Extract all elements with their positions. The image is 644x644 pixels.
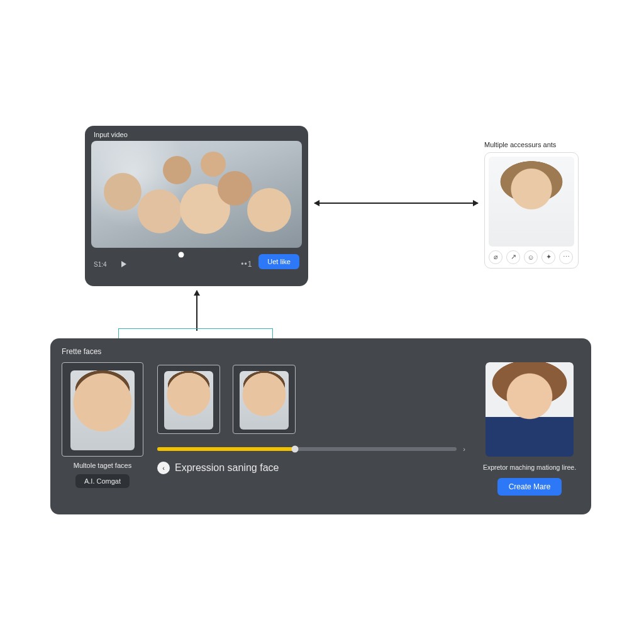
result-column: Expretor maching mationg liree. Create M…: [479, 362, 580, 496]
link-icon[interactable]: ⌀: [489, 250, 502, 264]
faces-panel: Frette faces Multole taget faces A.I. Co…: [50, 338, 591, 514]
chevron-left-icon[interactable]: ‹: [157, 462, 170, 474]
result-caption: Expretor maching mationg liree.: [483, 463, 576, 472]
target-face-column: Multole taget faces A.I. Comgat: [62, 362, 143, 488]
workflow-arrow-up: [196, 291, 197, 331]
accessors-face-image: [489, 157, 574, 247]
person-icon[interactable]: ☺: [524, 250, 538, 264]
accessors-card[interactable]: ✓ ✕ ⌀ ↗ ☺ ✦ ⋯: [484, 152, 579, 269]
accessors-chip-row: ⌀ ↗ ☺ ✦ ⋯: [489, 250, 574, 264]
input-video-panel: Input video S1:4 ••1 Uet like: [85, 126, 308, 286]
video-controls: S1:4 ••1 Uet like: [85, 248, 308, 277]
video-time-label: S1:4: [94, 261, 110, 268]
chevron-right-icon: ›: [463, 445, 465, 453]
input-video-thumbnail[interactable]: [91, 141, 302, 248]
expression-row: ‹ Expression saning face: [157, 462, 465, 474]
candidate-column: › ‹ Expression saning face: [157, 362, 465, 474]
candidate-face-2[interactable]: [233, 365, 296, 434]
expression-label: Expression saning face: [175, 462, 279, 474]
input-video-title: Input video: [85, 126, 308, 141]
more-icon[interactable]: ⋯: [559, 250, 573, 264]
target-face-caption: Multole taget faces: [74, 462, 131, 469]
video-action-button[interactable]: Uet like: [258, 254, 299, 269]
blend-slider[interactable]: ›: [157, 445, 465, 453]
candidate-face-1[interactable]: [157, 365, 220, 434]
star-icon[interactable]: ✦: [541, 250, 555, 264]
target-face-thumb[interactable]: [62, 362, 143, 457]
create-more-button[interactable]: Create Mare: [497, 478, 562, 496]
faces-panel-title: Frette faces: [62, 347, 580, 356]
more-dots-icon[interactable]: ••1: [241, 260, 252, 269]
play-icon[interactable]: [121, 261, 126, 267]
share-icon[interactable]: ↗: [506, 250, 520, 264]
workflow-arrow-horizontal: [314, 203, 478, 204]
accessors-label: Multiple accessurs ants: [484, 141, 579, 148]
ai-compute-button[interactable]: A.I. Comgat: [75, 474, 130, 488]
accessors-panel: Multiple accessurs ants ✓ ✕ ⌀ ↗ ☺ ✦ ⋯: [484, 141, 579, 269]
result-face-thumb: [486, 362, 574, 457]
